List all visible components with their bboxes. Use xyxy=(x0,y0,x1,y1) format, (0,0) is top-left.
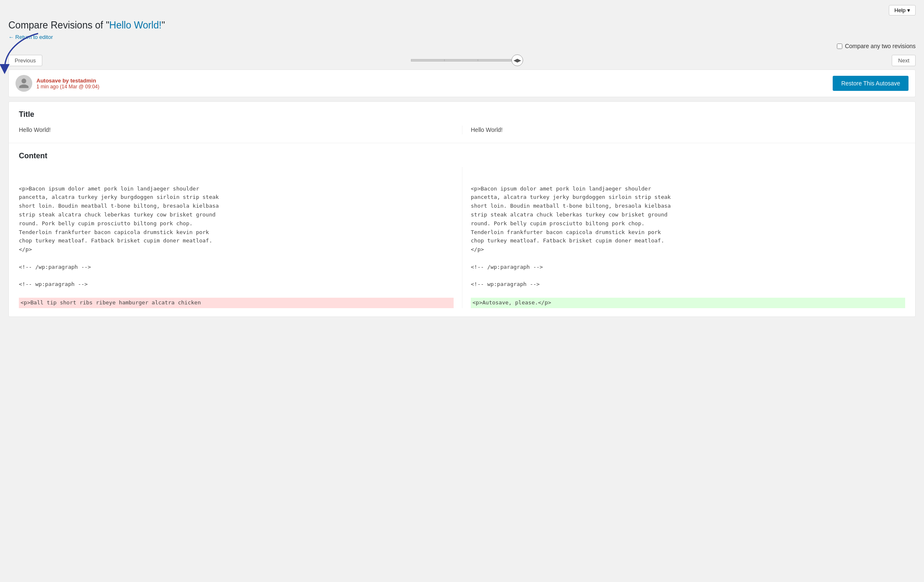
page-title: Compare Revisions of "Hello World!" xyxy=(8,20,916,31)
compare-checkbox-row: Compare any two revisions xyxy=(0,43,924,51)
author-name: testadmin xyxy=(70,77,96,84)
help-label: Help xyxy=(894,7,906,13)
revision-time: 1 min ago (14 Mar @ 09:04) xyxy=(36,84,99,90)
diff-title-right-value: Hello World! xyxy=(471,126,503,133)
slider-segment-2 xyxy=(444,59,478,62)
diff-title-section: Title Hello World! Hello World! xyxy=(9,102,915,143)
diff-container: Title Hello World! Hello World! Content … xyxy=(8,101,916,317)
slider-segment-3 xyxy=(478,59,511,62)
revision-date: (14 Mar @ 09:04) xyxy=(60,84,99,90)
diff-title-right: Hello World! xyxy=(462,126,905,134)
compare-two-checkbox[interactable] xyxy=(837,44,842,49)
diff-title-heading: Title xyxy=(19,110,905,119)
help-button[interactable]: Help ▾ xyxy=(889,5,916,15)
diff-content-right: <p>Bacon ipsum dolor amet pork loin land… xyxy=(462,167,905,308)
diff-title-left: Hello World! xyxy=(19,126,462,134)
diff-content-left: <p>Bacon ipsum dolor amet pork loin land… xyxy=(19,167,462,308)
title-suffix: " xyxy=(162,20,165,31)
time-ago: 1 min ago xyxy=(36,84,59,90)
diff-content-section: Content <p>Bacon ipsum dolor amet pork l… xyxy=(9,143,915,317)
slider-handle[interactable]: ◀▶ xyxy=(511,54,523,66)
page-header: Compare Revisions of "Hello World!" ← Re… xyxy=(0,15,924,43)
slider-container: ◀▶ xyxy=(42,54,892,66)
next-button[interactable]: Next xyxy=(892,55,916,66)
compare-two-label: Compare any two revisions xyxy=(845,43,916,49)
diff-content-heading: Content xyxy=(19,152,905,160)
post-title-link[interactable]: Hello World! xyxy=(109,20,162,31)
restore-autosave-button[interactable]: Restore This Autosave xyxy=(833,76,909,91)
diff-title-left-value: Hello World! xyxy=(19,126,51,133)
diff-content-left-text: <p>Bacon ipsum dolor amet pork loin land… xyxy=(19,167,454,308)
slider-segment-1 xyxy=(411,59,444,62)
diff-title-columns: Hello World! Hello World! xyxy=(19,126,905,134)
top-bar: Help ▾ xyxy=(0,0,924,15)
diff-content-columns: <p>Bacon ipsum dolor amet pork loin land… xyxy=(19,167,905,308)
diff-added-line: <p>Autosave, please.</p> xyxy=(471,298,905,308)
revision-info-bar: Autosave by testadmin 1 min ago (14 Mar … xyxy=(8,70,916,97)
diff-removed-line: <p>Ball tip short ribs ribeye hamburger … xyxy=(19,298,454,308)
help-arrow-icon: ▾ xyxy=(907,7,910,13)
diff-content-right-text: <p>Bacon ipsum dolor amet pork loin land… xyxy=(471,167,905,308)
annotation-arrow xyxy=(0,29,46,80)
navigation-bar: Previous ◀▶ Next xyxy=(0,51,924,70)
revision-slider-track[interactable]: ◀▶ xyxy=(411,54,523,66)
